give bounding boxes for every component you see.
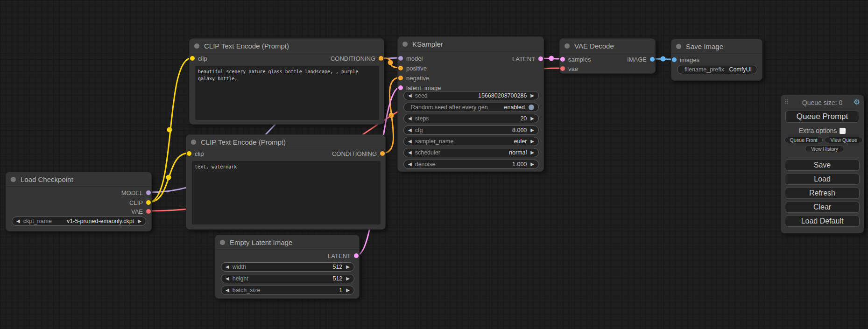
load-default-button[interactable]: Load Default [785,216,860,227]
prev-arrow-icon[interactable]: ◀ [16,219,20,224]
next-arrow-icon[interactable]: ▶ [138,219,141,224]
clip-port-dot[interactable] [190,56,195,61]
prev-arrow-icon[interactable]: ◀ [226,288,229,293]
node-clip-text-encode-negative[interactable]: CLIP Text Encode (Prompt) clip CONDITION… [186,134,386,230]
node-title-bar[interactable]: Empty Latent Image [215,235,359,250]
node-title-bar[interactable]: VAE Decode [560,39,655,53]
seed-widget[interactable]: ◀ seed 156680208700286 ▶ [403,91,539,100]
node-title-bar[interactable]: CLIP Text Encode (Prompt) [190,39,384,53]
extra-options-checkbox[interactable] [840,128,846,134]
latent-port-dot[interactable] [560,57,565,62]
node-load-checkpoint[interactable]: Load Checkpoint MODEL CLIP VAE ◀ ckpt_na… [6,172,152,231]
prev-arrow-icon[interactable]: ◀ [408,162,412,167]
prev-arrow-icon[interactable]: ◀ [226,265,229,269]
save-button[interactable]: Save [785,160,860,171]
settings-gear-icon[interactable]: ⚙ [854,98,860,106]
vae-port-dot[interactable] [560,66,565,71]
height-widget[interactable]: ◀ height 512 ▶ [221,274,354,283]
next-arrow-icon[interactable]: ▶ [530,93,534,98]
model-port-dot[interactable] [398,56,403,61]
next-arrow-icon[interactable]: ▶ [530,116,534,121]
samples-input-port[interactable]: samples [560,56,591,63]
latent-output-port[interactable]: LATENT [328,252,359,259]
conditioning-port-dot[interactable] [380,151,385,156]
clear-button[interactable]: Clear [785,202,860,213]
node-empty-latent-image[interactable]: Empty Latent Image LATENT ◀ width 512 ▶ … [215,235,360,299]
ckpt-name-widget[interactable]: ◀ ckpt_name v1-5-pruned-emaonly.ckpt ▶ [12,217,146,226]
prev-arrow-icon[interactable]: ◀ [408,139,412,144]
next-arrow-icon[interactable]: ▶ [530,139,534,144]
steps-widget[interactable]: ◀ steps 20 ▶ [403,114,539,123]
node-title-bar[interactable]: Load Checkpoint [6,172,151,187]
latent-port-dot[interactable] [538,56,543,61]
clip-input-port[interactable]: clip [190,55,207,62]
batch-size-widget[interactable]: ◀ batch_size 1 ▶ [221,286,354,295]
conditioning-output-port[interactable]: CONDITIONING [332,150,385,157]
model-output-port[interactable]: MODEL [121,189,151,196]
positive-input-port[interactable]: positive [398,64,427,72]
conditioning-port-dot[interactable] [398,66,403,70]
next-arrow-icon[interactable]: ▶ [346,276,350,281]
clip-port-dot[interactable] [146,200,151,205]
latent-port-dot[interactable] [398,85,403,90]
positive-prompt-textarea[interactable]: beautiful scenery nature glass bottle la… [195,66,379,120]
conditioning-port-dot[interactable] [379,56,383,61]
clip-input-port[interactable]: clip [187,150,204,157]
model-input-port[interactable]: model [398,55,423,62]
conditioning-output-port[interactable]: CONDITIONING [331,55,383,62]
collapse-dot-icon[interactable] [565,43,570,49]
filename-prefix-widget[interactable]: filename_prefix ComfyUI [677,65,757,74]
images-input-port[interactable]: images [672,56,699,63]
scheduler-widget[interactable]: ◀ scheduler normal ▶ [403,148,539,157]
node-title-bar[interactable]: Save Image [671,39,762,54]
prev-arrow-icon[interactable]: ◀ [408,93,412,98]
collapse-dot-icon[interactable] [220,240,225,245]
node-ksampler[interactable]: KSampler model positive negative latent_… [397,36,544,172]
node-clip-text-encode-positive[interactable]: CLIP Text Encode (Prompt) clip CONDITION… [189,38,384,125]
prev-arrow-icon[interactable]: ◀ [408,128,412,133]
view-history-button[interactable]: View History [805,146,844,152]
collapse-dot-icon[interactable] [191,140,196,145]
refresh-button[interactable]: Refresh [785,188,860,199]
view-queue-button[interactable]: View Queue [825,137,863,143]
conditioning-port-dot[interactable] [398,76,403,80]
collapse-dot-icon[interactable] [402,42,408,47]
latent-image-input-port[interactable]: latent_image [398,84,441,91]
prev-arrow-icon[interactable]: ◀ [226,276,229,281]
cfg-widget[interactable]: ◀ cfg 8.000 ▶ [403,126,539,135]
toggle-circle-icon[interactable] [529,105,534,110]
image-port-dot[interactable] [650,57,655,62]
next-arrow-icon[interactable]: ▶ [346,265,350,269]
negative-prompt-textarea[interactable]: text, watermark [192,161,381,224]
prev-arrow-icon[interactable]: ◀ [408,150,412,155]
sampler-name-widget[interactable]: ◀ sampler_name euler ▶ [403,137,539,146]
collapse-dot-icon[interactable] [194,43,199,49]
node-save-image[interactable]: Save Image images filename_prefix ComfyU… [671,39,762,81]
width-widget[interactable]: ◀ width 512 ▶ [221,262,354,272]
image-port-dot[interactable] [672,57,677,62]
negative-input-port[interactable]: negative [398,74,429,82]
next-arrow-icon[interactable]: ▶ [530,162,534,167]
node-title-bar[interactable]: KSampler [398,37,543,51]
clip-output-port[interactable]: CLIP [129,199,151,206]
next-arrow-icon[interactable]: ▶ [530,128,534,133]
collapse-dot-icon[interactable] [11,177,16,182]
prev-arrow-icon[interactable]: ◀ [408,116,412,121]
queue-front-button[interactable]: Queue Front [784,137,823,143]
model-port-dot[interactable] [146,190,151,195]
collapse-dot-icon[interactable] [676,44,681,49]
node-vae-decode[interactable]: VAE Decode samples vae IMAGE [559,38,656,74]
load-button[interactable]: Load [785,174,860,185]
latent-port-dot[interactable] [354,253,359,258]
node-graph-canvas[interactable]: { "colors": { "model": "#B39DDB", "clip"… [0,0,868,329]
queue-prompt-button[interactable]: Queue Prompt [785,111,859,123]
image-output-port[interactable]: IMAGE [627,56,655,63]
vae-output-port[interactable]: VAE [131,208,151,215]
next-arrow-icon[interactable]: ▶ [346,288,350,293]
clip-port-dot[interactable] [187,151,191,156]
latent-output-port[interactable]: LATENT [512,55,543,63]
next-arrow-icon[interactable]: ▶ [530,150,534,155]
vae-input-port[interactable]: vae [560,65,578,72]
node-title-bar[interactable]: CLIP Text Encode (Prompt) [186,135,385,149]
vae-port-dot[interactable] [146,209,151,214]
